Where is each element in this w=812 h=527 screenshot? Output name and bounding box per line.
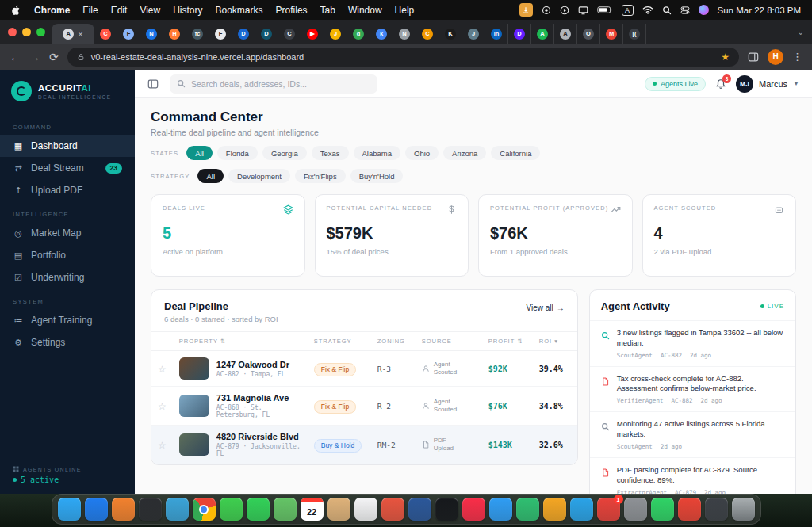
sidebar-item-agent-training[interactable]: ≔Agent Training bbox=[0, 309, 135, 331]
back-button[interactable]: ← bbox=[10, 52, 21, 63]
dock-icon-pencil[interactable] bbox=[543, 498, 566, 521]
browser-tab[interactable]: N bbox=[140, 24, 163, 44]
browser-tab[interactable]: J bbox=[462, 24, 485, 44]
dock-icon-notes[interactable] bbox=[327, 498, 350, 521]
browser-tab[interactable]: A bbox=[531, 24, 554, 44]
browser-tab[interactable]: ▶ bbox=[301, 24, 324, 44]
dock-icon-settings[interactable] bbox=[624, 498, 647, 521]
state-filter-pill-georgia[interactable]: Georgia bbox=[262, 146, 307, 160]
star-icon[interactable]: ☆ bbox=[158, 364, 167, 375]
menubar-input-source-icon[interactable]: A bbox=[622, 5, 634, 16]
state-filter-pill-all[interactable]: All bbox=[186, 146, 213, 160]
strategy-filter-pill-all[interactable]: All bbox=[197, 169, 224, 183]
forward-button[interactable]: → bbox=[29, 52, 40, 63]
dock-icon-photo[interactable] bbox=[705, 498, 728, 521]
agents-live-pill[interactable]: Agents Live bbox=[645, 77, 706, 91]
dock-icon-mail[interactable] bbox=[166, 498, 189, 521]
menu-help[interactable]: Help bbox=[395, 5, 415, 16]
star-icon[interactable]: ☆ bbox=[158, 401, 167, 412]
sidebar-item-settings[interactable]: ⚙Settings bbox=[0, 331, 135, 353]
menubar-search-icon[interactable] bbox=[662, 6, 672, 15]
activity-item[interactable]: Tax cross-check complete for AC-882. Ass… bbox=[590, 366, 795, 412]
menubar-clock[interactable]: Sun Mar 22 8:03 PM bbox=[718, 6, 801, 15]
dock-icon-maps[interactable] bbox=[274, 498, 297, 521]
column-header-roi[interactable]: ROI ▾ bbox=[533, 332, 577, 351]
dock-icon-messages[interactable] bbox=[220, 498, 243, 521]
browser-tab[interactable]: K bbox=[439, 24, 462, 44]
dock-icon-chrome[interactable] bbox=[193, 498, 216, 521]
sidebar-item-market-map[interactable]: ◎Market Map bbox=[0, 222, 135, 244]
dock-icon-word[interactable] bbox=[408, 498, 431, 521]
browser-menu-icon[interactable]: ⋮ bbox=[792, 51, 802, 63]
state-filter-pill-texas[interactable]: Texas bbox=[312, 146, 349, 160]
search-box[interactable] bbox=[170, 74, 377, 94]
menu-file[interactable]: File bbox=[82, 5, 98, 16]
browser-tab[interactable]: O bbox=[577, 24, 600, 44]
menu-profiles[interactable]: Profiles bbox=[276, 5, 308, 16]
browser-tab[interactable]: C bbox=[94, 24, 117, 44]
column-header-property[interactable]: PROPERTY ⇅ bbox=[173, 332, 308, 351]
dock-icon-trash[interactable] bbox=[732, 498, 755, 521]
tab-close-icon[interactable]: × bbox=[78, 29, 82, 39]
view-all-link[interactable]: View all → bbox=[526, 304, 564, 312]
sidebar-item-dashboard[interactable]: ▦Dashboard bbox=[0, 135, 135, 157]
url-bar[interactable]: v0-real-estate-deal-analysis-nine.vercel… bbox=[67, 48, 739, 67]
pipeline-row[interactable]: ☆1247 Oakwood DrAC-882 · Tampa, FLFix & … bbox=[151, 351, 577, 387]
dock-icon-whatsapp[interactable] bbox=[651, 498, 674, 521]
search-input[interactable] bbox=[191, 79, 370, 89]
dock-icon-safari[interactable] bbox=[85, 498, 108, 521]
strategy-filter-pill-buy-n-hold[interactable]: Buy'n'Hold bbox=[350, 169, 404, 183]
column-header-profit[interactable]: PROFIT ⇅ bbox=[482, 332, 533, 351]
star-icon[interactable]: ☆ bbox=[158, 440, 167, 451]
state-filter-pill-arizona[interactable]: Arizona bbox=[443, 146, 486, 160]
dock-icon-pages[interactable] bbox=[381, 498, 404, 521]
activity-item[interactable]: Monitoring 47 active listings across 5 F… bbox=[590, 411, 795, 457]
dock-icon-music[interactable] bbox=[462, 498, 485, 521]
menubar-play-icon[interactable] bbox=[560, 6, 569, 15]
browser-tab[interactable]: A× bbox=[52, 24, 94, 44]
dock-icon-launchpad[interactable] bbox=[112, 498, 135, 521]
menubar-siri-icon[interactable] bbox=[699, 5, 709, 15]
sidebar-item-upload-pdf[interactable]: ↥Upload PDF bbox=[0, 179, 135, 201]
state-filter-pill-florida[interactable]: Florida bbox=[217, 146, 258, 160]
activity-item[interactable]: 3 new listings flagged in Tampa 33602 --… bbox=[590, 320, 795, 366]
menubar-wifi-icon[interactable] bbox=[642, 6, 653, 14]
browser-tab[interactable]: d bbox=[347, 24, 370, 44]
browser-tab[interactable]: A bbox=[554, 24, 577, 44]
state-filter-pill-alabama[interactable]: Alabama bbox=[354, 146, 401, 160]
strategy-filter-pill-fix-n-flips[interactable]: Fix'n'Flips bbox=[295, 169, 346, 183]
browser-tab[interactable]: [( bbox=[623, 24, 646, 44]
bookmark-star-icon[interactable]: ★ bbox=[721, 52, 730, 63]
dock-icon-facetime[interactable] bbox=[247, 498, 270, 521]
dock-icon-finder[interactable] bbox=[58, 498, 81, 521]
menubar-record-icon[interactable] bbox=[542, 6, 551, 15]
menubar-control-center-icon[interactable] bbox=[680, 6, 690, 15]
zoom-window-button[interactable] bbox=[36, 28, 45, 36]
menu-history[interactable]: History bbox=[173, 5, 202, 16]
browser-tab[interactable]: D bbox=[255, 24, 278, 44]
browser-tab[interactable]: C bbox=[278, 24, 301, 44]
sidebar-item-deal-stream[interactable]: ⇄Deal Stream23 bbox=[0, 157, 135, 179]
strategy-filter-pill-development[interactable]: Development bbox=[228, 169, 290, 183]
browser-tab[interactable]: fc bbox=[186, 24, 209, 44]
browser-tab[interactable]: N bbox=[393, 24, 416, 44]
menu-bookmarks[interactable]: Bookmarks bbox=[216, 5, 263, 16]
state-filter-pill-ohio[interactable]: Ohio bbox=[405, 146, 439, 160]
browser-tab[interactable]: F bbox=[209, 24, 232, 44]
apple-menu-icon[interactable] bbox=[11, 5, 21, 15]
browser-tab[interactable]: C bbox=[416, 24, 439, 44]
dock-icon-tv[interactable] bbox=[435, 498, 458, 521]
user-menu[interactable]: MJ Marcus ▼ bbox=[736, 75, 799, 93]
reload-button[interactable]: ⟳ bbox=[49, 52, 59, 63]
dock-icon-gmail[interactable] bbox=[678, 498, 701, 521]
browser-profile-avatar[interactable]: H bbox=[768, 49, 783, 65]
browser-tab[interactable]: k bbox=[370, 24, 393, 44]
menu-window[interactable]: Window bbox=[348, 5, 382, 16]
browser-tab[interactable]: in bbox=[485, 24, 508, 44]
dock-icon-calendar[interactable]: 22 bbox=[301, 498, 324, 521]
menubar-app-name[interactable]: Chrome bbox=[34, 5, 70, 16]
notifications-button[interactable]: 3 bbox=[715, 78, 726, 90]
browser-tab[interactable]: J bbox=[324, 24, 347, 44]
state-filter-pill-california[interactable]: California bbox=[491, 146, 540, 160]
minimize-window-button[interactable] bbox=[22, 28, 31, 36]
